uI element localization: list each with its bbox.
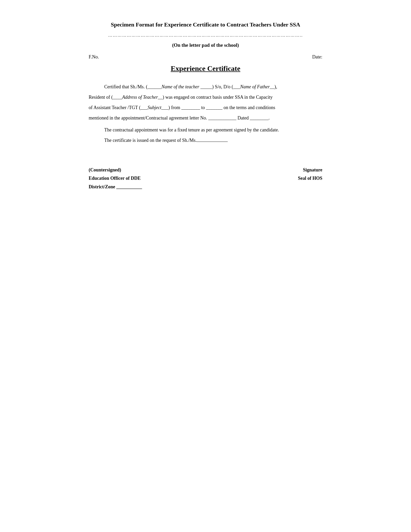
- para3-prefix: of Assistant Teacher /TGT (___: [89, 105, 148, 110]
- certificate-body: Certified that Sh./Ms. (______Name of th…: [89, 82, 322, 145]
- fn-date-row: F.No. Date:: [89, 54, 322, 60]
- teacher-name-placeholder: Name of the teacher: [161, 84, 199, 89]
- date-label: Date:: [312, 54, 322, 60]
- subject-placeholder: Subject: [148, 105, 161, 110]
- countersigned-label: (Countersigned): [89, 166, 142, 174]
- right-signature: Signature Seal of HOS: [298, 166, 322, 183]
- district-zone-label: District/Zone ___________: [89, 183, 142, 191]
- para2-prefix: Resident of (____: [89, 95, 122, 100]
- certificate-heading: Experience Certificate: [89, 64, 322, 73]
- letter-pad-note: (On the letter pad of the school): [89, 42, 322, 48]
- address-placeholder: Address of Teacher: [122, 95, 158, 100]
- left-signature: (Countersigned) Education Officer of DDE…: [89, 166, 142, 191]
- para1-middle: _____) S/o, D/o (___: [199, 84, 240, 89]
- dotted-separator: ……………………………………………………………………………………………………………: [89, 33, 322, 38]
- paragraph-6: The certificate is issued on the request…: [89, 136, 322, 145]
- seal-label: Seal of HOS: [298, 174, 322, 182]
- paragraph-1: Certified that Sh./Ms. (______Name of th…: [89, 82, 322, 91]
- para2-suffix: __) was engaged on contract basis under …: [158, 95, 273, 100]
- requester-blank: [197, 142, 228, 142]
- document-page: Specimen Format for Experience Certifica…: [63, 5, 348, 369]
- father-name-placeholder: Name of Father: [240, 84, 270, 89]
- paragraph-3: of Assistant Teacher /TGT (___Subject___…: [89, 103, 322, 112]
- signature-section: (Countersigned) Education Officer of DDE…: [89, 166, 322, 191]
- para1-suffix: __),: [270, 84, 277, 89]
- paragraph-4: mentioned in the appointment/Contractual…: [89, 113, 322, 123]
- para1-prefix: Certified that Sh./Ms. (______: [104, 84, 161, 89]
- paragraph-2: Resident of (____Address of Teacher__) w…: [89, 92, 322, 102]
- district-blank: ___________: [116, 184, 142, 189]
- paragraph-5: The contractual appointment was for a fi…: [89, 125, 322, 135]
- signature-label: Signature: [298, 166, 322, 174]
- document-title: Specimen Format for Experience Certifica…: [89, 21, 322, 29]
- para3-suffix: ___) from ________ to _______ on the ter…: [161, 105, 275, 110]
- fn-label: F.No.: [89, 54, 99, 60]
- education-officer-label: Education Officer of DDE: [89, 174, 142, 182]
- para6-prefix: The certificate is issued on the request…: [104, 138, 197, 143]
